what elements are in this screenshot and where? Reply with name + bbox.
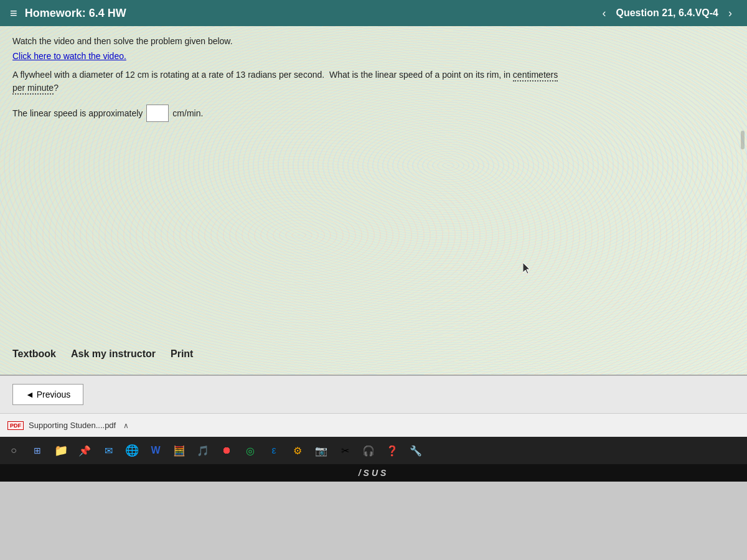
pdf-bar: PDF Supporting Studen....pdf ∧ xyxy=(0,413,747,437)
question-label: Question 21, 6.4.VQ-4 xyxy=(616,7,719,19)
previous-button[interactable]: ◄ Previous xyxy=(12,384,83,405)
windows-search-icon[interactable]: ○ xyxy=(2,439,25,462)
content-overlay: Watch the video and then solve the probl… xyxy=(0,26,747,132)
chrome-icon[interactable]: 🌐 xyxy=(121,439,143,462)
print-button[interactable]: Print xyxy=(171,346,193,362)
file-explorer-icon[interactable]: 📁 xyxy=(50,439,72,462)
music-icon[interactable]: 🎧 xyxy=(357,439,380,462)
camera-icon[interactable]: 📷 xyxy=(310,439,332,462)
asus-logo: /SUS xyxy=(359,468,389,478)
video-link[interactable]: Click here to watch the video. xyxy=(12,51,735,61)
instruction-text: Watch the video and then solve the probl… xyxy=(12,36,735,46)
header-left: ≡ Homework: 6.4 HW xyxy=(10,6,126,21)
answer-suffix: cm/min. xyxy=(172,108,203,118)
prev-question-button[interactable]: ‹ xyxy=(598,4,611,22)
pin-icon[interactable]: 📌 xyxy=(73,439,96,462)
taskbar: ○ ⊞ 📁 📌 ✉ 🌐 W 🧮 🎵 ⏺ ◎ ε ⚙ xyxy=(0,437,747,464)
scrollbar[interactable] xyxy=(741,131,745,149)
mail-icon[interactable]: ✉ xyxy=(97,439,120,462)
answer-prefix: The linear speed is approximately xyxy=(12,108,143,118)
ask-instructor-button[interactable]: Ask my instructor xyxy=(71,346,156,362)
menu-icon[interactable]: ≡ xyxy=(10,6,17,21)
media-icon[interactable]: 🎵 xyxy=(192,439,214,462)
answer-input[interactable] xyxy=(146,105,169,122)
edge-icon[interactable]: ε xyxy=(263,439,285,462)
page-title: Homework: 6.4 HW xyxy=(25,7,126,20)
textbook-button[interactable]: Textbook xyxy=(12,346,56,362)
tools-icon[interactable]: 🔧 xyxy=(405,439,427,462)
spotify-icon[interactable]: ◎ xyxy=(239,439,261,462)
settings-icon[interactable]: ⚙ xyxy=(286,439,309,462)
pdf-filename[interactable]: Supporting Studen....pdf xyxy=(29,421,116,430)
nav-row: ◄ Previous xyxy=(0,376,747,413)
app-header: ≡ Homework: 6.4 HW ‹ Question 21, 6.4.VQ… xyxy=(0,0,747,26)
main-content: Watch the video and then solve the probl… xyxy=(0,26,747,375)
pdf-chevron-icon[interactable]: ∧ xyxy=(123,421,129,430)
word-icon[interactable]: W xyxy=(144,439,167,462)
underlined-phrase: centimeters per minute xyxy=(12,70,558,95)
asus-bar: /SUS xyxy=(0,464,747,482)
pdf-label: PDF xyxy=(7,421,24,430)
problem-text: A flywheel with a diameter of 12 cm is r… xyxy=(12,68,573,95)
help-icon[interactable]: ❓ xyxy=(381,439,403,462)
action-bar: Textbook Ask my instructor Print xyxy=(12,346,193,362)
next-question-button[interactable]: › xyxy=(723,4,737,22)
answer-row: The linear speed is approximately cm/min… xyxy=(12,105,735,122)
record-icon[interactable]: ⏺ xyxy=(215,439,238,462)
snipping-tool-icon[interactable]: ✂ xyxy=(334,439,356,462)
task-view-icon[interactable]: ⊞ xyxy=(26,439,49,462)
calculator-icon[interactable]: 🧮 xyxy=(168,439,190,462)
header-right: ‹ Question 21, 6.4.VQ-4 › xyxy=(598,4,738,22)
